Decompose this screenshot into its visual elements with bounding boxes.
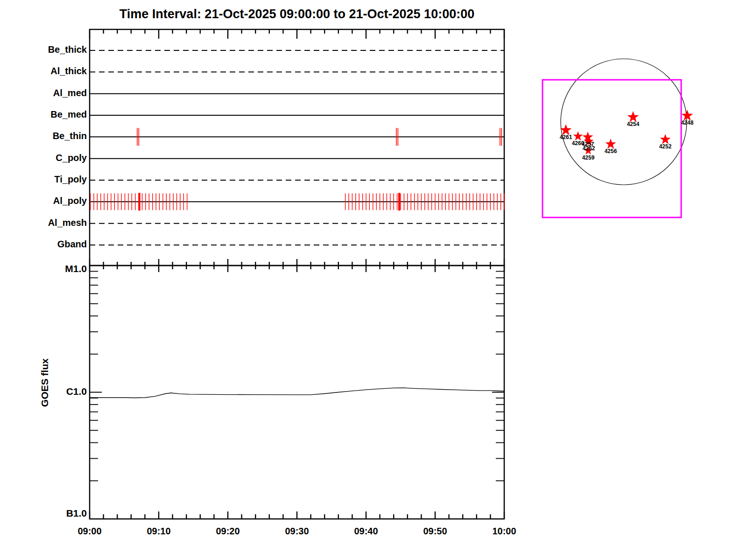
- ytick-label-M1.0: M1.0: [0, 264, 87, 273]
- active-region-star-4252: [660, 134, 671, 144]
- active-region-star-4260: [573, 131, 583, 140]
- active-region-label-4262: 4262: [583, 146, 595, 151]
- filter-label-Al_mesh: Al_mesh: [0, 218, 87, 227]
- xtick-label-09:30: 09:30: [285, 526, 309, 536]
- active-region-star-4254: [627, 111, 639, 122]
- ytick-label-B1.0: B1.0: [0, 508, 87, 518]
- filter-label-Al_poly: Al_poly: [0, 196, 87, 205]
- active-region-label-4261: 4261: [560, 134, 572, 140]
- goes-panel-border: [90, 266, 504, 519]
- active-region-star-4248: [682, 110, 693, 121]
- xtick-label-10:00: 10:00: [492, 526, 516, 536]
- active-region-label-4259: 4259: [582, 155, 595, 161]
- active-region-star-4256: [606, 139, 616, 149]
- filter-panel-border: [90, 29, 504, 266]
- screenshot-root: Time Interval: 21-Oct-2025 09:00:00 to 2…: [0, 0, 747, 560]
- filter-label-Ti_poly: Ti_poly: [0, 175, 87, 184]
- filter-label-C_poly: C_poly: [0, 153, 87, 162]
- plot-canvas: [0, 0, 747, 560]
- filter-label-Gband: Gband: [0, 239, 87, 249]
- active-region-label-4248: 4248: [681, 120, 694, 126]
- xtick-label-09:10: 09:10: [147, 526, 170, 536]
- xtick-label-09:00: 09:00: [78, 526, 101, 536]
- goes-flux-axis-label: GOES flux: [40, 358, 49, 407]
- xtick-label-09:40: 09:40: [354, 526, 378, 536]
- filter-label-Be_thick: Be_thick: [0, 45, 87, 54]
- goes-flux-curve: [90, 388, 504, 398]
- solar-limb-circle: [561, 59, 687, 185]
- active-region-label-4256: 4256: [605, 148, 617, 154]
- page-title: Time Interval: 21-Oct-2025 09:00:00 to 2…: [120, 8, 474, 21]
- xtick-label-09:20: 09:20: [216, 526, 240, 536]
- active-region-label-4254: 4254: [627, 121, 640, 127]
- filter-label-Al_med: Al_med: [0, 88, 87, 98]
- active-region-label-4252: 4252: [659, 144, 672, 149]
- filter-label-Be_thin: Be_thin: [0, 131, 87, 140]
- ytick-label-C1.0: C1.0: [0, 386, 87, 396]
- xtick-label-09:50: 09:50: [423, 526, 447, 536]
- filter-label-Al_thick: Al_thick: [0, 66, 87, 76]
- filter-label-Be_med: Be_med: [0, 110, 87, 119]
